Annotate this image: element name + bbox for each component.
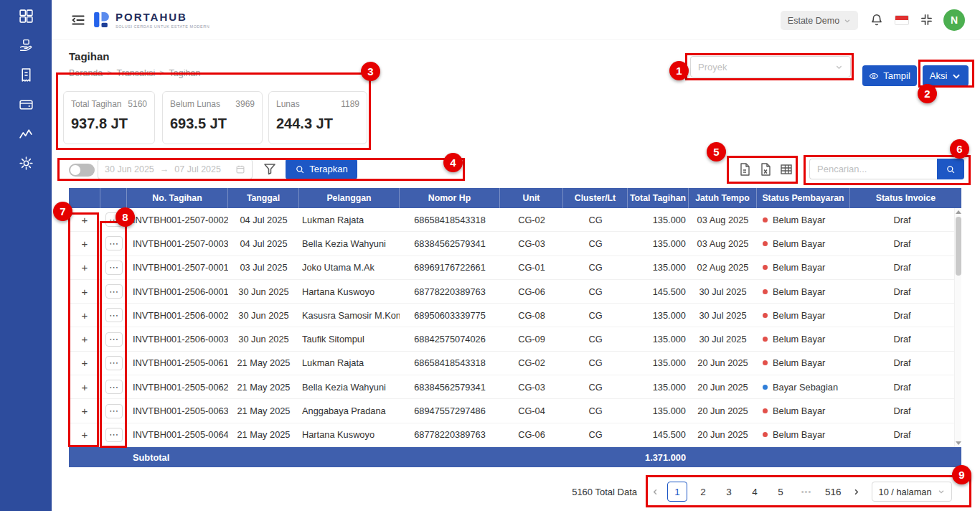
row-actions-button[interactable]: ⋯ [105, 284, 123, 299]
sidebar-item-handover[interactable] [11, 37, 40, 54]
row-actions-button[interactable]: ⋯ [105, 380, 123, 394]
payment-status-cell: Belum Bayar [757, 304, 850, 327]
pagination-next-button[interactable] [850, 482, 863, 502]
annotation-marker-1: 1 [669, 61, 689, 80]
cluster-cell: CG [563, 352, 628, 375]
sidebar-item-dashboard[interactable] [11, 7, 40, 24]
row-actions-button[interactable]: ⋯ [105, 404, 123, 418]
invoice-status: Draf [850, 208, 954, 231]
table-row: +⋯INVTBH001-2506-000330 Jun 2025Taufik S… [69, 327, 954, 351]
invoice-number: INVTBH001-2506-0002 [127, 304, 228, 327]
expand-row-button[interactable]: + [82, 238, 88, 249]
page-size-select[interactable]: 10 / halaman [872, 482, 952, 502]
row-actions-button[interactable]: ⋯ [105, 356, 123, 370]
table-row: +⋯INVTBH001-2507-000304 Jul 2025Bella Ke… [69, 232, 954, 255]
expand-row-button[interactable]: + [82, 382, 88, 393]
column-header-nomor-hp: Nomor Hp [400, 188, 500, 208]
expand-cell: + [69, 280, 100, 303]
expand-cell: + [69, 399, 100, 422]
payment-status-dot [763, 385, 768, 390]
scrollbar-thumb[interactable] [956, 217, 961, 276]
table-view-button[interactable] [779, 162, 793, 177]
row-actions-button[interactable]: ⋯ [105, 332, 123, 347]
expand-row-button[interactable]: + [82, 357, 88, 368]
row-actions-button[interactable]: ⋯ [105, 212, 123, 227]
filter-funnel-button[interactable] [263, 161, 277, 176]
expand-row-button[interactable]: + [82, 215, 88, 225]
date-range-picker[interactable]: 30 Jun 2025 → 07 Jul 2025 [98, 159, 253, 179]
stat-card-belum-lunas: Belum Lunas3969 693.5 JT [162, 91, 263, 144]
expand-row-button[interactable]: + [82, 262, 88, 273]
row-actions-button[interactable]: ⋯ [105, 236, 123, 250]
aksi-button[interactable]: Aksi [923, 65, 969, 86]
app-logo[interactable]: PORTAHUB SOLUSI CERDAS UNTUK ESTATE MODE… [92, 9, 209, 30]
pagination-prev-button[interactable] [649, 482, 661, 502]
scrollbar-up-arrow[interactable] [956, 210, 961, 214]
breadcrumb-separator: > [107, 68, 112, 78]
pagination-page-5[interactable]: 5 [771, 482, 791, 502]
pagination-page-1[interactable]: 1 [667, 482, 687, 502]
row-actions-button[interactable]: ⋯ [105, 261, 123, 275]
fullscreen-toggle-button[interactable] [920, 13, 933, 27]
breadcrumb-item-beranda[interactable]: Beranda [69, 68, 103, 78]
row-actions-button[interactable]: ⋯ [105, 308, 123, 322]
export-excel-button[interactable] [758, 162, 773, 177]
row-actions-button[interactable]: ⋯ [105, 428, 123, 442]
pagination-page-3[interactable]: 3 [719, 482, 739, 502]
cluster-cell: CG [563, 256, 628, 279]
invoice-date: 21 May 2025 [228, 423, 299, 446]
sidebar-item-settings[interactable] [11, 154, 40, 172]
breadcrumb-item-transaksi[interactable]: Transaksi [117, 68, 156, 78]
export-pdf-button[interactable] [738, 162, 752, 177]
due-date: 30 Jul 2025 [689, 280, 757, 303]
date-to: 07 Jul 2025 [174, 164, 221, 174]
cluster-cell: CG [563, 208, 628, 231]
unit-cell: CG-02 [500, 352, 563, 375]
payment-status-cell: Belum Bayar [757, 399, 850, 422]
total-amount: 135.000 [628, 208, 689, 231]
cluster-cell: CG [563, 280, 628, 303]
pagination-page-516[interactable]: 516 [822, 482, 844, 502]
table-scrollbar[interactable] [954, 208, 961, 447]
phone-number: 68969176722661 [400, 256, 500, 279]
estate-select[interactable]: Estate Demo [781, 11, 858, 30]
sidebar-item-wallet[interactable] [11, 95, 40, 113]
invoice-number: INVTBH001-2505-0063 [127, 399, 228, 422]
total-amount: 145.500 [628, 280, 689, 303]
expand-row-button[interactable]: + [82, 429, 88, 440]
sidebar [0, 0, 52, 511]
notifications-button[interactable] [870, 13, 884, 27]
search-input[interactable] [809, 159, 937, 179]
annotation-marker-5: 5 [707, 142, 726, 161]
expand-row-button[interactable]: + [82, 286, 88, 297]
menu-fold-button[interactable] [70, 12, 86, 28]
sidebar-item-invoice[interactable] [11, 66, 40, 83]
tampil-button[interactable]: Tampil [862, 65, 917, 86]
pagination-page-4[interactable]: 4 [745, 482, 765, 502]
user-avatar[interactable]: N [943, 9, 965, 31]
expand-cell: + [69, 304, 100, 327]
payment-status-label: Belum Bayar [773, 262, 825, 273]
indonesia-flag-icon[interactable] [895, 15, 909, 25]
due-date: 02 Aug 2025 [689, 256, 757, 279]
search-button[interactable] [937, 159, 964, 179]
invoice-status: Draf [850, 256, 954, 279]
sidebar-item-reports[interactable] [11, 125, 40, 142]
unit-cell: CG-03 [500, 232, 563, 255]
expand-row-button[interactable]: + [82, 405, 88, 416]
expand-row-button[interactable]: + [82, 334, 88, 344]
column-header-empty [69, 188, 100, 208]
customer-name: Lukman Rajata [299, 208, 400, 231]
date-from: 30 Jun 2025 [105, 164, 154, 174]
terapkan-button[interactable]: Terapkan [286, 159, 357, 179]
invoice-status: Draf [850, 304, 954, 327]
filter-toggle[interactable] [69, 164, 95, 177]
payment-status-dot [763, 432, 768, 437]
scrollbar-down-arrow[interactable] [956, 441, 961, 445]
project-select[interactable]: Proyek [690, 56, 851, 78]
breadcrumb-item-tagihan[interactable]: Tagihan [169, 68, 201, 78]
pagination-page-2[interactable]: 2 [693, 482, 713, 502]
estate-select-value: Estate Demo [788, 16, 839, 26]
expand-row-button[interactable]: + [82, 310, 88, 321]
compress-icon [920, 13, 933, 27]
